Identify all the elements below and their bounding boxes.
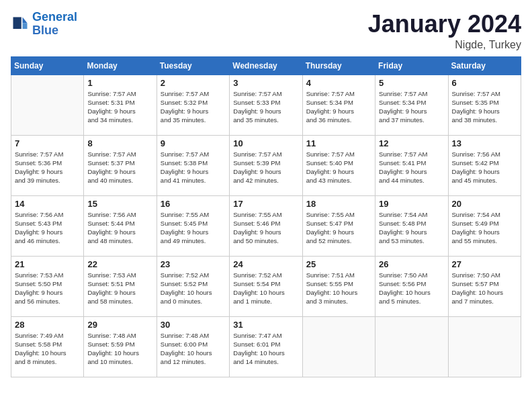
day-info: Sunrise: 7:54 AM Sunset: 5:49 PM Dayligh… <box>452 210 517 246</box>
day-number: 1 <box>87 78 152 88</box>
day-number: 14 <box>15 199 80 209</box>
logo: General Blue <box>11 11 77 38</box>
calendar-cell: 8Sunrise: 7:57 AM Sunset: 5:37 PM Daylig… <box>84 135 157 195</box>
calendar-header: SundayMondayTuesdayWednesdayThursdayFrid… <box>11 56 521 75</box>
day-number: 6 <box>452 78 517 88</box>
weekday-header-friday: Friday <box>375 56 448 75</box>
day-number: 3 <box>233 78 298 88</box>
day-number: 13 <box>452 138 517 148</box>
day-number: 10 <box>233 138 298 148</box>
weekday-header-tuesday: Tuesday <box>157 56 229 75</box>
calendar-cell: 13Sunrise: 7:56 AM Sunset: 5:42 PM Dayli… <box>448 135 521 195</box>
day-info: Sunrise: 7:54 AM Sunset: 5:48 PM Dayligh… <box>379 210 444 246</box>
day-info: Sunrise: 7:57 AM Sunset: 5:34 PM Dayligh… <box>379 89 444 125</box>
calendar-week-1: 1Sunrise: 7:57 AM Sunset: 5:31 PM Daylig… <box>11 75 521 135</box>
day-info: Sunrise: 7:57 AM Sunset: 5:33 PM Dayligh… <box>233 89 298 125</box>
day-info: Sunrise: 7:55 AM Sunset: 5:45 PM Dayligh… <box>161 210 226 246</box>
calendar-cell <box>448 316 521 377</box>
calendar-cell: 5Sunrise: 7:57 AM Sunset: 5:34 PM Daylig… <box>375 75 448 135</box>
calendar-cell: 29Sunrise: 7:48 AM Sunset: 5:59 PM Dayli… <box>84 316 157 377</box>
day-info: Sunrise: 7:57 AM Sunset: 5:34 PM Dayligh… <box>306 89 371 125</box>
day-info: Sunrise: 7:55 AM Sunset: 5:47 PM Dayligh… <box>306 210 371 246</box>
day-number: 15 <box>87 199 152 209</box>
day-info: Sunrise: 7:57 AM Sunset: 5:37 PM Dayligh… <box>87 150 152 185</box>
day-number: 24 <box>233 259 298 269</box>
day-info: Sunrise: 7:48 AM Sunset: 5:59 PM Dayligh… <box>87 331 152 367</box>
day-number: 23 <box>161 259 226 269</box>
calendar-table: SundayMondayTuesdayWednesdayThursdayFrid… <box>11 56 521 377</box>
calendar-cell: 14Sunrise: 7:56 AM Sunset: 5:43 PM Dayli… <box>11 195 84 256</box>
logo-text: General Blue <box>32 11 77 38</box>
month-title: January 2024 <box>368 11 521 38</box>
calendar-cell: 24Sunrise: 7:52 AM Sunset: 5:54 PM Dayli… <box>230 256 302 316</box>
calendar-cell: 18Sunrise: 7:55 AM Sunset: 5:47 PM Dayli… <box>302 195 375 256</box>
calendar-cell: 3Sunrise: 7:57 AM Sunset: 5:33 PM Daylig… <box>230 75 302 135</box>
calendar-cell: 19Sunrise: 7:54 AM Sunset: 5:48 PM Dayli… <box>375 195 448 256</box>
day-number: 8 <box>87 138 152 148</box>
day-info: Sunrise: 7:53 AM Sunset: 5:51 PM Dayligh… <box>87 271 152 306</box>
location-title: Nigde, Turkey <box>368 39 521 51</box>
day-number: 5 <box>379 78 444 88</box>
calendar-cell: 11Sunrise: 7:57 AM Sunset: 5:40 PM Dayli… <box>302 135 375 195</box>
day-info: Sunrise: 7:57 AM Sunset: 5:39 PM Dayligh… <box>233 150 298 185</box>
calendar-cell: 15Sunrise: 7:56 AM Sunset: 5:44 PM Dayli… <box>84 195 157 256</box>
svg-marker-0 <box>23 17 28 23</box>
day-number: 18 <box>306 199 371 209</box>
weekday-header-saturday: Saturday <box>448 56 521 75</box>
day-info: Sunrise: 7:57 AM Sunset: 5:40 PM Dayligh… <box>306 150 371 185</box>
calendar-cell: 21Sunrise: 7:53 AM Sunset: 5:50 PM Dayli… <box>11 256 84 316</box>
day-number: 4 <box>306 78 371 88</box>
day-number: 25 <box>306 259 371 269</box>
day-info: Sunrise: 7:50 AM Sunset: 5:56 PM Dayligh… <box>379 271 444 306</box>
day-number: 12 <box>379 138 444 148</box>
calendar-cell <box>11 75 84 135</box>
calendar-cell: 12Sunrise: 7:57 AM Sunset: 5:41 PM Dayli… <box>375 135 448 195</box>
day-number: 22 <box>87 259 152 269</box>
day-number: 9 <box>161 138 226 148</box>
day-info: Sunrise: 7:57 AM Sunset: 5:35 PM Dayligh… <box>452 89 517 125</box>
day-number: 20 <box>452 199 517 209</box>
day-number: 7 <box>15 138 80 148</box>
calendar-cell: 27Sunrise: 7:50 AM Sunset: 5:57 PM Dayli… <box>448 256 521 316</box>
day-number: 29 <box>87 320 152 330</box>
calendar-cell: 6Sunrise: 7:57 AM Sunset: 5:35 PM Daylig… <box>448 75 521 135</box>
day-number: 26 <box>379 259 444 269</box>
logo-text-general: General <box>32 10 77 24</box>
svg-marker-1 <box>23 23 28 29</box>
day-info: Sunrise: 7:57 AM Sunset: 5:32 PM Dayligh… <box>161 89 226 125</box>
calendar-cell: 10Sunrise: 7:57 AM Sunset: 5:39 PM Dayli… <box>230 135 302 195</box>
calendar-cell: 7Sunrise: 7:57 AM Sunset: 5:36 PM Daylig… <box>11 135 84 195</box>
calendar-cell: 4Sunrise: 7:57 AM Sunset: 5:34 PM Daylig… <box>302 75 375 135</box>
day-number: 17 <box>233 199 298 209</box>
day-info: Sunrise: 7:56 AM Sunset: 5:43 PM Dayligh… <box>15 210 80 246</box>
calendar-cell: 25Sunrise: 7:51 AM Sunset: 5:55 PM Dayli… <box>302 256 375 316</box>
day-number: 21 <box>15 259 80 269</box>
day-info: Sunrise: 7:56 AM Sunset: 5:42 PM Dayligh… <box>452 150 517 185</box>
calendar-cell: 2Sunrise: 7:57 AM Sunset: 5:32 PM Daylig… <box>157 75 229 135</box>
calendar-cell <box>302 316 375 377</box>
day-info: Sunrise: 7:57 AM Sunset: 5:38 PM Dayligh… <box>161 150 226 185</box>
day-info: Sunrise: 7:57 AM Sunset: 5:41 PM Dayligh… <box>379 150 444 185</box>
day-info: Sunrise: 7:51 AM Sunset: 5:55 PM Dayligh… <box>306 271 371 306</box>
day-info: Sunrise: 7:48 AM Sunset: 6:00 PM Dayligh… <box>161 331 226 367</box>
day-number: 19 <box>379 199 444 209</box>
logo-text-blue: Blue <box>32 24 77 38</box>
title-block: January 2024 Nigde, Turkey <box>368 11 521 51</box>
day-info: Sunrise: 7:52 AM Sunset: 5:52 PM Dayligh… <box>161 271 226 306</box>
day-info: Sunrise: 7:47 AM Sunset: 6:01 PM Dayligh… <box>233 331 298 367</box>
calendar-week-3: 14Sunrise: 7:56 AM Sunset: 5:43 PM Dayli… <box>11 195 521 256</box>
day-number: 31 <box>233 320 298 330</box>
calendar-cell: 23Sunrise: 7:52 AM Sunset: 5:52 PM Dayli… <box>157 256 229 316</box>
day-info: Sunrise: 7:52 AM Sunset: 5:54 PM Dayligh… <box>233 271 298 306</box>
day-info: Sunrise: 7:53 AM Sunset: 5:50 PM Dayligh… <box>15 271 80 306</box>
weekday-header-sunday: Sunday <box>11 56 84 75</box>
day-number: 2 <box>161 78 226 88</box>
calendar-week-5: 28Sunrise: 7:49 AM Sunset: 5:58 PM Dayli… <box>11 316 521 377</box>
calendar-cell: 17Sunrise: 7:55 AM Sunset: 5:46 PM Dayli… <box>230 195 302 256</box>
svg-rect-2 <box>13 17 21 29</box>
calendar-cell: 31Sunrise: 7:47 AM Sunset: 6:01 PM Dayli… <box>230 316 302 377</box>
calendar-cell <box>375 316 448 377</box>
day-info: Sunrise: 7:50 AM Sunset: 5:57 PM Dayligh… <box>452 271 517 306</box>
day-number: 28 <box>15 320 80 330</box>
weekday-header-wednesday: Wednesday <box>230 56 302 75</box>
